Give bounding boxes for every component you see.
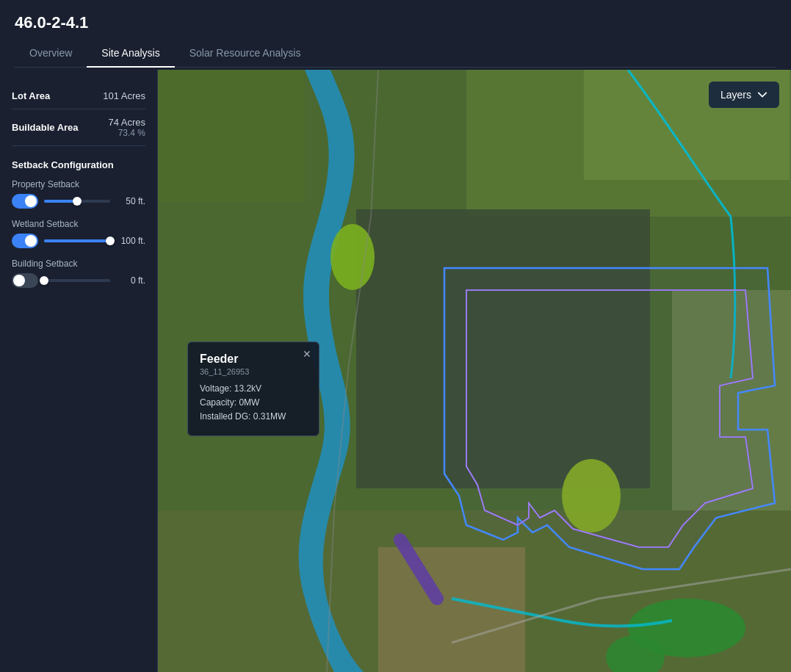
tab-site-analysis[interactable]: Site Analysis	[87, 40, 174, 68]
property-setback: Property Setback 50 ft.	[12, 179, 145, 209]
wetland-setback: Wetland Setback 100 ft.	[12, 219, 145, 248]
project-id: 46.0-2-4.1	[15, 7, 776, 40]
feeder-popup-title: Feeder	[200, 353, 307, 366]
feeder-voltage-label: Voltage:	[200, 383, 231, 394]
building-setback-label: Building Setback	[12, 259, 145, 269]
wetland-setback-label: Wetland Setback	[12, 219, 145, 229]
map-area[interactable]: Layers ✕ Feeder 36_11_26953 Voltage: 13.…	[158, 70, 791, 672]
tab-bar: Overview Site Analysis Solar Resource An…	[15, 40, 776, 68]
lot-area-row: Lot Area 101 Acres	[12, 83, 145, 109]
buildable-area-value: 74 Acres 73.4 %	[108, 117, 145, 138]
toggle-knob-2	[25, 235, 37, 247]
building-setback: Building Setback 0 ft.	[12, 259, 145, 288]
tab-overview[interactable]: Overview	[15, 40, 87, 68]
layers-button[interactable]: Layers	[709, 82, 779, 108]
feeder-popup-close-button[interactable]: ✕	[303, 348, 311, 360]
tab-solar-resource[interactable]: Solar Resource Analysis	[175, 40, 316, 68]
chevron-down-icon	[757, 90, 767, 100]
property-setback-control: 50 ft.	[12, 194, 145, 209]
property-setback-slider[interactable]	[44, 200, 110, 203]
wetland-setback-fill	[44, 239, 110, 242]
feeder-popup: ✕ Feeder 36_11_26953 Voltage: 13.2kV Cap…	[187, 342, 319, 436]
wetland-setback-slider[interactable]	[44, 239, 110, 242]
property-setback-thumb	[73, 197, 82, 206]
main-content: Lot Area 101 Acres Buildable Area 74 Acr…	[0, 70, 791, 672]
feeder-voltage-value: 13.2kV	[234, 383, 261, 394]
wetland-setback-toggle[interactable]	[12, 234, 38, 248]
app-header: 46.0-2-4.1 Overview Site Analysis Solar …	[0, 0, 791, 70]
feeder-installed-dg-label: Installed DG:	[200, 411, 250, 422]
lot-area-section: Lot Area 101 Acres Buildable Area 74 Acr…	[12, 83, 145, 146]
feeder-installed-dg-value: 0.31MW	[253, 411, 286, 422]
property-setback-value: 50 ft.	[116, 196, 145, 206]
lot-area-label: Lot Area	[12, 90, 50, 101]
feeder-voltage: Voltage: 13.2kV	[200, 383, 307, 394]
building-setback-slider[interactable]	[44, 279, 110, 282]
setback-title: Setback Configuration	[12, 159, 145, 170]
buildable-area-row: Buildable Area 74 Acres 73.4 %	[12, 109, 145, 146]
buildable-area-label: Buildable Area	[12, 122, 79, 133]
feeder-capacity-value: 0MW	[239, 397, 259, 408]
building-setback-control: 0 ft.	[12, 273, 145, 288]
lot-area-value: 101 Acres	[103, 90, 145, 101]
feeder-capacity-label: Capacity:	[200, 397, 236, 408]
building-setback-thumb	[40, 276, 48, 285]
property-setback-label: Property Setback	[12, 179, 145, 189]
wetland-setback-value: 100 ft.	[116, 236, 145, 246]
sidebar: Lot Area 101 Acres Buildable Area 74 Acr…	[0, 70, 158, 672]
svg-rect-3	[158, 70, 305, 202]
toggle-knob-3	[13, 275, 25, 286]
toggle-knob	[25, 195, 37, 207]
feeder-installed-dg: Installed DG: 0.31MW	[200, 411, 307, 422]
feeder-popup-id: 36_11_26953	[200, 367, 307, 376]
feeder-capacity: Capacity: 0MW	[200, 397, 307, 408]
building-setback-toggle[interactable]	[12, 273, 38, 288]
building-setback-value: 0 ft.	[116, 275, 145, 286]
wetland-setback-control: 100 ft.	[12, 234, 145, 248]
wetland-setback-thumb	[106, 236, 115, 245]
property-setback-toggle[interactable]	[12, 194, 38, 209]
layers-label: Layers	[720, 89, 751, 101]
